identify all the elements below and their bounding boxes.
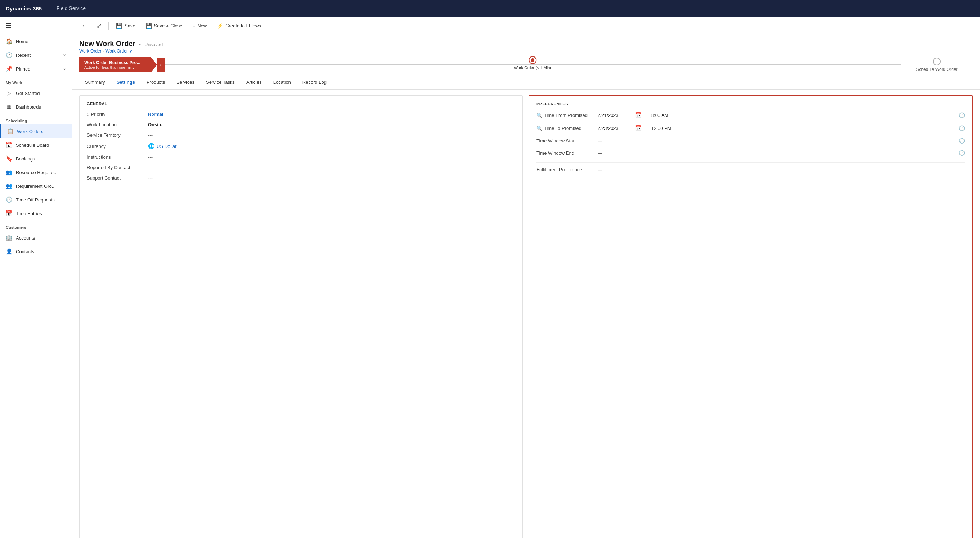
- time-from-clock-icon[interactable]: 🕐: [959, 112, 965, 118]
- time-from-date-value[interactable]: 2/21/2023: [598, 113, 630, 118]
- top-bar-divider: [51, 4, 51, 12]
- tab-location[interactable]: Location: [267, 76, 297, 89]
- app-name: Dynamics 365: [6, 5, 42, 11]
- new-button[interactable]: + New: [188, 21, 211, 31]
- sidebar-item-pinned[interactable]: 📌 Pinned ∨: [0, 62, 72, 76]
- support-contact-label-text: Support Contact: [87, 175, 121, 181]
- time-entries-icon: 📅: [6, 210, 12, 217]
- service-territory-label: Service Territory: [87, 132, 144, 138]
- sidebar-item-requirement-gro[interactable]: 👥 Requirement Gro...: [0, 179, 72, 193]
- time-to-icon: 🔍: [536, 125, 542, 131]
- time-window-start-value[interactable]: ---: [598, 138, 602, 144]
- tab-record-log[interactable]: Record Log: [297, 76, 332, 89]
- stage-3-label: Schedule Work Order: [916, 67, 957, 72]
- tab-services[interactable]: Services: [171, 76, 200, 89]
- pin-icon: 📌: [6, 65, 12, 72]
- fulfillment-row: Fulfillment Preference ---: [536, 162, 965, 172]
- support-contact-row: Support Contact ---: [87, 175, 515, 181]
- time-window-start-clock-icon[interactable]: 🕐: [959, 138, 965, 144]
- top-bar: Dynamics 365 Field Service: [0, 0, 980, 17]
- work-location-label-text: Work Location: [87, 122, 117, 127]
- sidebar-item-accounts[interactable]: 🏢 Accounts: [0, 231, 72, 245]
- sidebar-label-time-entries: Time Entries: [16, 211, 42, 216]
- instructions-value[interactable]: ---: [148, 154, 515, 160]
- sidebar-item-get-started[interactable]: ▷ Get Started: [0, 86, 72, 100]
- sidebar-item-dashboards[interactable]: ▦ Dashboards: [0, 100, 72, 114]
- breadcrumb-link-1[interactable]: Work Order: [79, 49, 102, 54]
- save-button[interactable]: 💾 Save: [111, 21, 140, 31]
- save-close-label: Save & Close: [154, 23, 183, 29]
- time-from-time-value[interactable]: 8:00 AM: [651, 113, 668, 118]
- fulfillment-value[interactable]: ---: [598, 167, 602, 172]
- tab-summary[interactable]: Summary: [79, 76, 111, 89]
- time-to-calendar-icon[interactable]: 📅: [635, 125, 642, 131]
- sidebar-item-time-off[interactable]: 🕐 Time Off Requests: [0, 193, 72, 206]
- tab-settings[interactable]: Settings: [111, 76, 141, 89]
- tab-products[interactable]: Products: [141, 76, 171, 89]
- sidebar-label-schedule-board: Schedule Board: [16, 143, 49, 148]
- service-territory-value[interactable]: ---: [148, 132, 515, 138]
- time-to-date-value[interactable]: 2/23/2023: [598, 125, 630, 131]
- service-territory-row: Service Territory ---: [87, 132, 515, 138]
- bookings-icon: 🔖: [6, 155, 12, 162]
- new-icon: +: [192, 23, 196, 29]
- time-from-calendar-icon[interactable]: 📅: [635, 112, 642, 118]
- content-area: ← ⤢ 💾 Save 💾 Save & Close + New ⚡ Create…: [72, 17, 980, 544]
- stage-3: Schedule Work Order: [901, 57, 973, 72]
- work-location-label: Work Location: [87, 122, 144, 127]
- customers-section: Customers: [0, 220, 72, 231]
- priority-value[interactable]: Normal: [148, 111, 515, 117]
- collapse-stage-button[interactable]: ‹: [157, 57, 164, 72]
- currency-value[interactable]: 🌐 US Dollar: [148, 143, 515, 149]
- stage-1-button[interactable]: Work Order Business Pro... Active for le…: [79, 57, 151, 72]
- priority-label: ↕ Priority: [87, 111, 144, 117]
- stage-1-title: Work Order Business Pro...: [84, 60, 146, 65]
- instructions-row: Instructions ---: [87, 154, 515, 160]
- sidebar-label-work-orders: Work Orders: [17, 129, 43, 134]
- time-from-icon: 🔍: [536, 113, 542, 118]
- iot-icon: ⚡: [217, 23, 224, 29]
- sidebar-label-get-started: Get Started: [16, 90, 40, 96]
- breadcrumb-chevron[interactable]: ∨: [129, 49, 132, 54]
- time-window-end-value[interactable]: ---: [598, 151, 602, 156]
- work-location-value: Onsite: [148, 122, 515, 127]
- tab-service-tasks[interactable]: Service Tasks: [200, 76, 240, 89]
- sidebar-item-recent[interactable]: 🕐 Recent ∨: [0, 48, 72, 62]
- my-work-section: My Work: [0, 76, 72, 86]
- sidebar-item-schedule-board[interactable]: 📅 Schedule Board: [0, 138, 72, 152]
- time-to-time-value[interactable]: 12:00 PM: [651, 125, 671, 131]
- sidebar-item-resource-req[interactable]: 👥 Resource Require...: [0, 165, 72, 179]
- reported-by-value[interactable]: ---: [148, 165, 515, 170]
- time-off-icon: 🕐: [6, 197, 12, 203]
- sidebar-item-bookings[interactable]: 🔖 Bookings: [0, 152, 72, 165]
- reported-by-label-text: Reported By Contact: [87, 165, 130, 170]
- sidebar-item-contacts[interactable]: 👤 Contacts: [0, 245, 72, 259]
- support-contact-value[interactable]: ---: [148, 175, 515, 181]
- back-button[interactable]: ←: [78, 20, 91, 32]
- sidebar-item-work-orders[interactable]: 📋 Work Orders: [0, 124, 72, 138]
- popout-button[interactable]: ⤢: [93, 20, 105, 32]
- save-close-button[interactable]: 💾 Save & Close: [141, 21, 187, 31]
- time-window-start-label-text: Time Window Start: [536, 138, 576, 144]
- contacts-icon: 👤: [6, 248, 12, 255]
- dashboard-icon: ▦: [6, 104, 12, 110]
- tab-articles[interactable]: Articles: [240, 76, 267, 89]
- breadcrumb-link-2[interactable]: Work Order: [105, 49, 128, 54]
- reported-by-row: Reported By Contact ---: [87, 165, 515, 170]
- sidebar: ☰ 🏠 Home 🕐 Recent ∨ 📌 Pinned ∨ My Work ▷…: [0, 17, 72, 544]
- save-icon: 💾: [116, 23, 123, 29]
- progress-bar: Work Order Business Pro... Active for le…: [79, 57, 973, 72]
- create-iot-button[interactable]: ⚡ Create IoT Flows: [212, 21, 265, 31]
- sidebar-item-home[interactable]: 🏠 Home: [0, 35, 72, 48]
- hamburger-menu[interactable]: ☰: [0, 17, 72, 35]
- stage-1-arrow: [151, 57, 157, 72]
- time-window-end-label-text: Time Window End: [536, 151, 574, 156]
- sidebar-label-requirement-gro: Requirement Gro...: [16, 184, 56, 189]
- time-window-start-row: Time Window Start --- 🕐: [536, 138, 965, 144]
- time-to-clock-icon[interactable]: 🕐: [959, 125, 965, 131]
- reported-by-label: Reported By Contact: [87, 165, 144, 170]
- time-window-end-clock-icon[interactable]: 🕐: [959, 150, 965, 156]
- time-window-start-label: Time Window Start: [536, 138, 594, 144]
- sidebar-item-time-entries[interactable]: 📅 Time Entries: [0, 206, 72, 220]
- preferences-section-title: PREFERENCES: [536, 102, 965, 106]
